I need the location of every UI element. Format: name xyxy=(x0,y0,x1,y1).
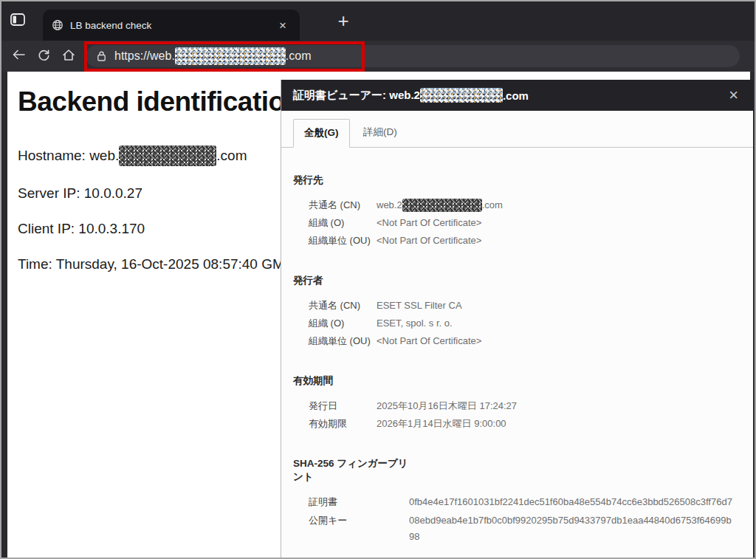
hostname-prefix: Hostname: web. xyxy=(18,148,119,164)
section-fingerprints: SHA-256 フィンガープリント 証明書 0fb4e4e17f1601031b… xyxy=(293,457,738,545)
field-label: 発行日 xyxy=(309,398,377,414)
redacted-cn xyxy=(402,199,482,212)
dialog-close-button[interactable]: × xyxy=(726,87,741,103)
section-issued-by: 発行者 共通名 (CN) ESET SSL Filter CA 組織 (O) E… xyxy=(293,274,738,349)
dialog-tab-bar: 全般(G) 詳細(D) xyxy=(281,111,753,148)
sidebar-toggle-icon xyxy=(10,13,25,29)
section-validity: 有効期間 発行日 2025年10月16日木曜日 17:24:27 有効期限 20… xyxy=(293,374,738,431)
redacted-domain xyxy=(175,47,286,65)
section-heading: 有効期間 xyxy=(293,374,738,388)
cert-field-row: 組織 (O) <Not Part Of Certificate> xyxy=(309,215,738,230)
cn-prefix: web.2 xyxy=(377,197,402,213)
field-value: 08ebd9eab4e1b7fb0c0bf9920295b75d9433797d… xyxy=(409,512,734,545)
field-value: ESET, spol. s r. o. xyxy=(377,315,453,331)
home-icon xyxy=(62,49,75,64)
sidebar-toggle-button[interactable] xyxy=(1,7,34,36)
section-heading: SHA-256 フィンガープリント xyxy=(293,457,410,484)
url-suffix: .com xyxy=(286,49,312,63)
field-label: 証明書 xyxy=(309,494,409,510)
tab-details[interactable]: 詳細(D) xyxy=(353,119,408,146)
browser-tab[interactable]: LB backend check × xyxy=(43,10,300,41)
field-label: 共通名 (CN) xyxy=(309,298,377,313)
cert-field-row: 有効期限 2026年1月14日水曜日 9:00:00 xyxy=(309,416,738,431)
dialog-titlebar: 証明書ビューアー: web.2.com × xyxy=(281,80,753,111)
dialog-title-suffix: .com xyxy=(503,89,529,102)
navigation-toolbar: https://web..com xyxy=(1,41,755,72)
new-tab-button[interactable]: + xyxy=(330,7,357,34)
refresh-icon xyxy=(38,49,50,64)
field-value: web.2.com xyxy=(377,197,503,213)
field-label: 組織 (O) xyxy=(309,315,377,331)
browser-window: LB backend check × + xyxy=(0,0,756,559)
cert-field-row: 共通名 (CN) web.2.com xyxy=(309,197,738,213)
tab-general[interactable]: 全般(G) xyxy=(293,119,350,148)
field-label: 公開キー xyxy=(309,512,409,545)
cert-field-row: 公開キー 08ebd9eab4e1b7fb0c0bf9920295b75d943… xyxy=(309,512,738,545)
field-label: 有効期限 xyxy=(309,416,377,431)
field-label: 共通名 (CN) xyxy=(309,197,377,213)
url-text: https://web..com xyxy=(114,47,312,65)
field-value: <Not Part Of Certificate> xyxy=(377,215,481,230)
section-heading: 発行者 xyxy=(293,274,738,287)
back-button[interactable] xyxy=(6,44,31,68)
cert-field-row: 組織 (O) ESET, spol. s r. o. xyxy=(309,315,738,331)
field-value: 2026年1月14日水曜日 9:00:00 xyxy=(377,416,506,431)
section-issued-to: 発行先 共通名 (CN) web.2.com 組織 (O) <Not Part … xyxy=(293,174,738,248)
url-bar[interactable]: https://web..com xyxy=(86,45,740,67)
redacted-hostname xyxy=(119,145,216,166)
field-value: <Not Part Of Certificate> xyxy=(377,333,481,349)
section-heading: 発行先 xyxy=(293,174,738,187)
cert-field-row: 証明書 0fb4e4e17f1601031bf2241dec51f60ba48e… xyxy=(309,494,738,510)
cert-field-row: 発行日 2025年10月16日木曜日 17:24:27 xyxy=(309,398,738,414)
cert-field-row: 組織単位 (OU) <Not Part Of Certificate> xyxy=(309,333,738,349)
globe-icon xyxy=(52,19,63,31)
home-button[interactable] xyxy=(56,44,81,68)
certificate-viewer-dialog: 証明書ビューアー: web.2.com × 全般(G) 詳細(D) 発行先 共通… xyxy=(281,80,753,558)
cn-suffix: .com xyxy=(482,197,503,213)
field-label: 組織単位 (OU) xyxy=(309,233,377,248)
redacted-dialog-domain xyxy=(420,88,503,103)
dialog-title-prefix: 証明書ビューアー: web.2 xyxy=(293,89,420,103)
dialog-body: 発行先 共通名 (CN) web.2.com 組織 (O) <Not Part … xyxy=(281,174,753,559)
field-value: 2025年10月16日木曜日 17:24:27 xyxy=(377,398,517,414)
back-icon xyxy=(12,49,26,64)
hostname-suffix: .com xyxy=(216,148,247,164)
window-left-edge xyxy=(1,72,7,558)
refresh-button[interactable] xyxy=(31,44,56,68)
tab-title: LB backend check xyxy=(70,20,275,31)
page-viewport: Backend identification Hostname: web..co… xyxy=(1,72,755,558)
close-icon: × xyxy=(729,86,738,104)
url-prefix: https://web. xyxy=(114,49,175,63)
field-value: <Not Part Of Certificate> xyxy=(377,233,481,248)
lock-icon xyxy=(96,50,107,62)
tab-strip: LB backend check × + xyxy=(1,1,755,41)
cert-field-row: 組織単位 (OU) <Not Part Of Certificate> xyxy=(309,233,738,248)
tab-close-button[interactable]: × xyxy=(275,18,291,33)
dialog-title: 証明書ビューアー: web.2.com xyxy=(293,88,529,103)
field-label: 組織単位 (OU) xyxy=(309,333,377,349)
field-value: ESET SSL Filter CA xyxy=(377,298,462,313)
field-label: 組織 (O) xyxy=(309,215,377,230)
field-value: 0fb4e4e17f1601031bf2241dec51f60ba48e554b… xyxy=(409,494,732,510)
cert-field-row: 共通名 (CN) ESET SSL Filter CA xyxy=(309,298,738,313)
